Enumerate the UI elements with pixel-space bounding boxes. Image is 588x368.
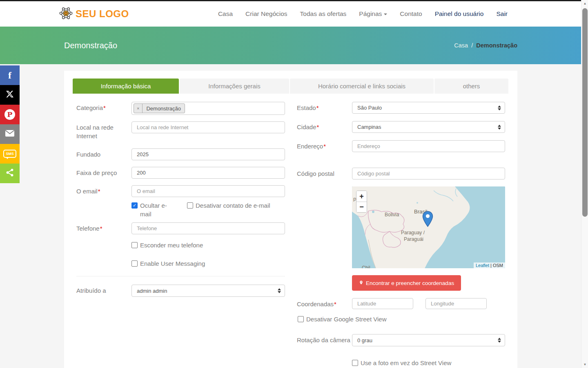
- nav-item-todas-ofertas[interactable]: Todas as ofertas: [300, 10, 347, 18]
- email-icon: [5, 130, 15, 139]
- email-input[interactable]: [131, 185, 285, 197]
- desativar-contato-checkbox[interactable]: Desativar contato de e-mail: [187, 201, 271, 218]
- nav-item-criar-negocios[interactable]: Criar Negócios: [245, 10, 287, 18]
- endereco-input[interactable]: [352, 140, 505, 152]
- tab-informacao-basica[interactable]: Informação básica: [73, 79, 179, 94]
- field-cidade: Cidade* Campinas: [297, 121, 505, 133]
- email-label: O email*: [76, 185, 131, 197]
- map-label-chile: Chil: [362, 265, 370, 268]
- email-options-row: ✓ Ocultar e-mail Desativar contato de e-…: [131, 201, 285, 218]
- telefone-input[interactable]: [131, 222, 285, 234]
- codigo-postal-input[interactable]: [352, 168, 505, 180]
- pinterest-share-button[interactable]: P: [0, 105, 20, 124]
- map-marker-pin[interactable]: [422, 211, 433, 229]
- categoria-chip: × Demonstração: [134, 103, 185, 113]
- sms-icon: SMS: [3, 150, 16, 158]
- use-foto-checkbox[interactable]: Use a foto em vez do Street View: [352, 359, 451, 367]
- select-arrows-icon: [498, 125, 501, 130]
- longitude-input[interactable]: [425, 298, 487, 309]
- scrollbar-down-arrow[interactable]: ▼: [581, 361, 588, 368]
- cidade-select[interactable]: Campinas: [352, 121, 505, 133]
- atribuido-label: Atribuído a: [76, 285, 131, 297]
- zoom-in-button[interactable]: +: [356, 191, 367, 202]
- fundado-label: Fundado: [76, 148, 131, 160]
- map-pin-icon: [359, 280, 363, 287]
- map-label-bolivia: Bolivia: [385, 212, 399, 218]
- logo[interactable]: SEU LOGO: [59, 7, 129, 22]
- navbar: SEU LOGO Casa Criar Negócios Todas as of…: [0, 1, 588, 27]
- tab-horario-links[interactable]: Horário comercial e links sociais: [290, 79, 434, 94]
- field-coordenadas: Coordenadas*: [297, 298, 505, 309]
- fundado-input[interactable]: [131, 148, 285, 160]
- vertical-scrollbar[interactable]: ▲ ▼: [581, 0, 588, 368]
- field-fundado: Fundado: [76, 148, 285, 160]
- page-header-banner: Demonstração Casa / Demonstração: [0, 27, 588, 64]
- logo-molecule-icon: [59, 7, 73, 22]
- rotacao-select[interactable]: 0 grau: [352, 334, 505, 346]
- nav-item-paginas-dropdown[interactable]: Páginas: [359, 10, 387, 18]
- faixa-preco-input[interactable]: [131, 167, 285, 179]
- atribuido-select[interactable]: admin admin: [131, 285, 285, 297]
- ocultar-email-checkbox[interactable]: ✓ Ocultar e-mail: [131, 201, 187, 218]
- enable-messaging-checkbox[interactable]: Enable User Messaging: [131, 259, 205, 268]
- map-row: + − Bolivia Brasil Paraguay / Paraguái P…: [297, 186, 505, 268]
- logo-text: SEU LOGO: [76, 8, 129, 20]
- field-rotacao: Rotação da câmera 0 grau: [297, 334, 505, 346]
- share-button[interactable]: [0, 164, 20, 183]
- x-share-button[interactable]: [0, 85, 20, 105]
- checkbox-checked-icon: ✓: [131, 202, 138, 209]
- scrollbar-up-arrow[interactable]: ▲: [581, 0, 588, 7]
- email-share-button[interactable]: [0, 124, 20, 144]
- codigo-postal-label: Código postal: [297, 168, 352, 180]
- field-website: Local na rede Internet: [76, 121, 285, 140]
- select-arrows-icon: [498, 338, 501, 343]
- zoom-out-button[interactable]: −: [356, 202, 367, 212]
- desativar-street-view-checkbox[interactable]: Desativar Google Street View: [298, 315, 387, 323]
- nav-links: Casa Criar Negócios Todas as ofertas Pág…: [218, 10, 508, 18]
- leaflet-link[interactable]: Leaflet: [476, 263, 489, 268]
- form-card: Informação básica Informações gerais Hor…: [64, 71, 517, 368]
- breadcrumb-home-link[interactable]: Casa: [454, 42, 468, 49]
- required-asterisk: *: [103, 104, 106, 111]
- form-tabs: Informação básica Informações gerais Hor…: [73, 79, 508, 94]
- field-categoria: Categoria* × Demonstração: [76, 102, 285, 115]
- estado-select[interactable]: São Paulo: [352, 102, 505, 114]
- field-email: O email*: [76, 185, 285, 197]
- osm-link[interactable]: OSM: [493, 263, 503, 268]
- find-coordinates-button[interactable]: Encontrar e preencher coordenadas: [352, 275, 461, 291]
- nav-item-contato[interactable]: Contato: [400, 10, 422, 18]
- tab-informacoes-gerais[interactable]: Informações gerais: [180, 79, 289, 94]
- x-icon: [6, 90, 14, 100]
- map-zoom-control: + −: [356, 191, 367, 213]
- select-arrows-icon: [278, 288, 281, 293]
- categoria-label: Categoria*: [76, 102, 131, 115]
- leaflet-map[interactable]: + − Bolivia Brasil Paraguay / Paraguái P…: [352, 186, 505, 268]
- sms-share-button[interactable]: SMS: [0, 144, 20, 164]
- latitude-input[interactable]: [352, 298, 413, 309]
- facebook-share-button[interactable]: f: [0, 65, 20, 85]
- required-asterisk: *: [100, 225, 102, 232]
- required-asterisk: *: [323, 143, 326, 150]
- breadcrumb-separator: /: [471, 42, 473, 49]
- breadcrumb-current: Demonstração: [476, 42, 517, 49]
- use-foto-row: Use a foto em vez do Street View: [352, 359, 505, 367]
- esconder-telefone-checkbox[interactable]: Esconder meu telefone: [131, 241, 203, 249]
- tab-others[interactable]: others: [434, 79, 508, 94]
- share-icon: [5, 168, 14, 179]
- nav-item-sair[interactable]: Sair: [496, 10, 508, 18]
- nav-item-painel-usuario[interactable]: Painel do usuário: [435, 10, 484, 18]
- website-input[interactable]: [131, 121, 285, 133]
- enable-messaging-row: Enable User Messaging: [131, 259, 285, 268]
- required-asterisk: *: [98, 188, 100, 195]
- esconder-telefone-row: Esconder meu telefone: [131, 241, 285, 249]
- main-content: Informação básica Informações gerais Hor…: [0, 64, 588, 368]
- form-right-column: Estado* São Paulo Cidade* Campin: [297, 102, 505, 368]
- chip-remove-icon[interactable]: ×: [134, 104, 143, 113]
- categoria-tag-input[interactable]: × Demonstração: [131, 102, 285, 115]
- map-label-paraguai: Paraguái: [404, 236, 423, 242]
- scrollbar-thumb[interactable]: [582, 8, 588, 217]
- required-asterisk: *: [334, 301, 336, 307]
- faixa-preco-label: Faixa de preço: [76, 167, 131, 179]
- nav-item-casa[interactable]: Casa: [218, 10, 233, 18]
- checkbox-unchecked-icon: [131, 260, 138, 267]
